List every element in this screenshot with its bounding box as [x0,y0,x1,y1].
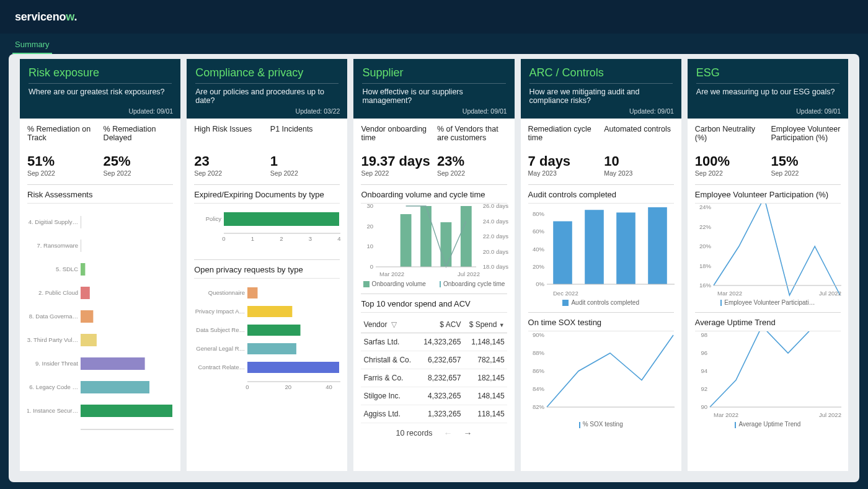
svg-text:18.0 days: 18.0 days [483,263,508,270]
app-header: servicenow. [0,0,868,34]
svg-text:Dec 2022: Dec 2022 [553,290,578,297]
svg-rect-33 [247,306,292,317]
svg-text:Jul 2022: Jul 2022 [819,411,841,418]
kpi-value: 25% [104,153,174,169]
svg-text:1: 1 [251,235,254,242]
svg-text:24%: 24% [699,204,712,210]
chart-risk-assessments[interactable]: 4. Digitial Supply…7. Ransomware5. SDLC2… [27,204,176,433]
th-vendor[interactable]: Vendor ▽ [361,316,417,333]
chart-expired-docs[interactable]: Policy01234 [194,204,343,253]
pager-prev-icon[interactable]: ← [444,428,453,438]
svg-text:0: 0 [246,384,249,390]
svg-rect-1 [81,216,81,228]
svg-rect-31 [247,287,257,298]
chart-legend: Employee Volunteer Participati… [695,299,841,306]
th-spend[interactable]: $ Spend ▼ [463,316,507,333]
svg-text:16%: 16% [699,282,712,289]
kpi-label: Carbon Neutrality (%) [695,125,765,145]
svg-text:20%: 20% [699,243,712,249]
table-row[interactable]: Stilgoe Inc.4,323,265148,145 [361,387,507,405]
svg-text:Policy: Policy [206,215,222,222]
table-row[interactable]: Sarfas Ltd.14,323,2651,148,145 [361,333,507,351]
kpi-label: % Remediation Delayed [104,125,174,145]
card-risk: Risk exposure Where are our greatest ris… [20,59,180,471]
kpi-value: 100% [695,153,765,169]
section-title: Average Uptime Trend [695,312,841,331]
svg-text:1. Instance Secur…: 1. Instance Secur… [27,407,78,414]
kpi-value: 10 [604,153,674,169]
svg-rect-13 [81,357,145,370]
card-subtitle: Are our policies and procedures up to da… [195,87,339,105]
svg-text:Mar 2022: Mar 2022 [714,411,738,418]
svg-text:Privacy Impact A…: Privacy Impact A… [195,308,245,315]
tab-bar: Summary [0,34,868,54]
svg-text:24.0 days: 24.0 days [483,218,508,225]
svg-text:90%: 90% [533,331,545,338]
chart-sox-testing[interactable]: 82%84%86%88%90% [528,331,677,418]
svg-rect-15 [81,381,149,393]
card-header: Compliance & privacy Are our policies an… [187,59,347,119]
svg-text:6. Legacy Code …: 6. Legacy Code … [29,384,78,390]
svg-text:Data Subject Re…: Data Subject Re… [197,326,246,333]
vendor-table[interactable]: Vendor ▽ $ ACV $ Spend ▼ Sarfas Ltd.14,3… [361,316,507,423]
svg-rect-67 [585,210,604,284]
th-acv[interactable]: $ ACV [418,316,464,333]
table-row[interactable]: Aggiss Ltd.1,323,265118,145 [361,405,507,423]
section-title: Employee Volunteer Participation (%) [695,184,841,204]
kpi-label: Remediation cycle time [528,125,598,145]
svg-text:0: 0 [223,235,226,242]
card-subtitle: How are we mitigating audit and complian… [529,87,673,105]
updated-label: Updated: 09/01 [796,107,841,115]
card-title: ESG [696,66,839,84]
table-row[interactable]: Christall & Co.6,232,657782,145 [361,351,507,369]
chart-uptime[interactable]: 9092949698Mar 2022Jul 2022 [695,331,844,418]
updated-label: Updated: 03/22 [296,107,340,115]
svg-text:7. Ransomware: 7. Ransomware [37,242,78,249]
card-subtitle: Where are our greatest risk exposures? [29,87,172,96]
svg-text:92: 92 [701,385,707,392]
sort-desc-icon[interactable]: ▼ [499,322,505,328]
svg-rect-7 [81,287,90,299]
svg-rect-56 [441,222,452,267]
svg-rect-69 [648,207,667,284]
kpi-value: 15% [771,153,841,169]
svg-text:9. Insider Threat: 9. Insider Threat [35,360,78,367]
dashboard-board: Risk exposure Where are our greatest ris… [9,54,859,482]
svg-text:18%: 18% [699,262,712,269]
svg-text:22%: 22% [699,223,712,230]
card-subtitle: Are we measuring up to our ESG goals? [696,87,839,96]
card-title: Supplier [362,66,505,84]
svg-text:2. Public Cloud: 2. Public Cloud [38,289,78,296]
svg-rect-5 [81,263,85,276]
svg-rect-54 [401,214,412,267]
tab-summary[interactable]: Summary [12,37,52,54]
kpi-date: Sep 2022 [270,169,340,177]
table-pager: 10 records ← → [361,423,507,438]
chart-onboarding[interactable]: 010203018.0 days20.0 days22.0 days24.0 d… [361,204,510,278]
kpi-date: Sep 2022 [27,169,97,177]
section-title: On time SOX testing [528,312,674,331]
kpi-value: 1 [270,153,340,169]
kpi-label: P1 Incidents [270,125,340,145]
kpi-date: May 2023 [604,169,674,177]
table-row[interactable]: Farris & Co.8,232,657182,145 [361,369,507,387]
pager-next-icon[interactable]: → [464,428,472,438]
filter-icon[interactable]: ▽ [391,320,397,329]
kpi-date: Sep 2022 [104,169,174,177]
chart-privacy-requests[interactable]: QuestionnairePrivacy Impact A…Data Subje… [194,279,343,397]
svg-text:3: 3 [309,235,312,242]
kpi-value: 23% [437,153,507,169]
svg-text:0%: 0% [536,280,544,287]
card-supplier: Supplier How effective is our suppliers … [353,59,514,471]
updated-label: Updated: 09/01 [128,107,173,115]
svg-text:5. SDLC: 5. SDLC [56,266,78,272]
card-title: Risk exposure [29,66,172,84]
chart-audit-controls[interactable]: 0%20%40%60%80%Dec 2022 [528,204,677,297]
svg-text:200: 200 [122,431,131,433]
updated-label: Updated: 09/01 [629,107,674,115]
svg-rect-11 [81,334,97,346]
chart-evp[interactable]: 16%18%20%22%24%Mar 2022Jul 2022 [695,204,844,297]
kpi-label: Automated controls [604,125,674,145]
card-header: ESG Are we measuring up to our ESG goals… [688,59,848,119]
svg-text:General Legal R…: General Legal R… [197,345,246,352]
